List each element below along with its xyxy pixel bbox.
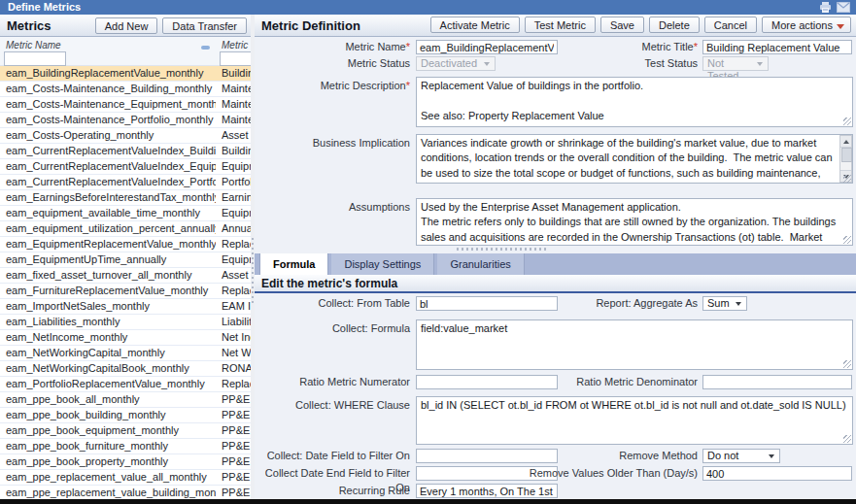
metric-name-cell: eam_ppe_book_building_monthly	[6, 408, 216, 422]
resize-grip[interactable]	[843, 118, 851, 125]
metric-name-cell: eam_equipment_utilization_percent_annual…	[6, 221, 216, 236]
ratio-metric-denominator-input[interactable]	[702, 375, 852, 389]
metric-row[interactable]: eam_Costs-Maintenance_Building_monthlyMa…	[0, 82, 251, 97]
metric-row[interactable]: eam_equipment_available_time_monthlyEqui…	[0, 206, 251, 221]
metric-title-cell: Earning	[222, 190, 251, 205]
metric-row[interactable]: eam_EquipmentUpTime_annuallyEquipm	[0, 252, 251, 268]
delete-button[interactable]: Delete	[649, 17, 700, 33]
metric-row[interactable]: eam_CurrentReplacementValueIndex_Equipme…	[0, 159, 251, 175]
ratio-metric-numerator-label: Ratio Metric Numerator	[255, 375, 410, 389]
metric-title-input[interactable]	[702, 40, 852, 54]
report-aggregate-as-label: Report: Aggregate As	[523, 296, 698, 311]
metric-row[interactable]: eam_ppe_book_building_monthlyPP&E -	[0, 408, 251, 423]
add-new-button[interactable]: Add New	[95, 17, 158, 34]
recurring-rule-label: Recurring Rule	[255, 484, 410, 498]
collect-formula-textarea[interactable]: field:value_market	[416, 319, 853, 370]
metric-name-cell: eam_ppe_book_all_monthly	[6, 392, 216, 407]
metric-name-cell: eam_PortfolioReplacementValue_monthly	[6, 377, 216, 391]
metric-name-filter-input[interactable]	[4, 51, 66, 66]
metric-title-cell: Replace	[222, 377, 251, 391]
metric-name-cell: eam_fixed_asset_turnover_all_monthly	[6, 268, 216, 283]
metric-row[interactable]: eam_ppe_book_all_monthlyPP&E B	[0, 392, 251, 408]
metric-row[interactable]: eam_EarningsBeforeInterestandTax_monthly…	[0, 190, 251, 206]
metric-title-cell: Mainten	[222, 113, 251, 127]
cancel-button[interactable]: Cancel	[704, 17, 757, 33]
metrics-pane-title: Metrics	[7, 18, 51, 33]
metric-row[interactable]: eam_Costs-Maintenance_Portfolio_monthlyM…	[0, 113, 251, 128]
metric-row[interactable]: eam_CurrentReplacementValueIndex_Portfol…	[0, 175, 251, 190]
metric-title-cell: PP&E -	[222, 470, 251, 485]
metric-title-cell: Equipm	[222, 252, 251, 267]
test-status-select[interactable]: Not Tested	[702, 56, 769, 71]
metric-definition-buttons: Activate Metric Test Metric Save Delete …	[430, 17, 851, 33]
mail-icon[interactable]	[837, 2, 850, 13]
metric-row[interactable]: eam_ppe_book_equipment_monthlyPP&E -	[0, 423, 251, 439]
metric-row[interactable]: eam_fixed_asset_turnover_all_monthlyAsse…	[0, 268, 251, 284]
metric-title-cell: PP&E -	[222, 439, 251, 454]
business-implication-textarea[interactable]: Variances indicate growth or shrinkage o…	[416, 134, 853, 184]
metric-row[interactable]: eam_FurnitureReplacementValue_monthlyRep…	[0, 284, 251, 299]
metric-title-cell: Mainten	[222, 97, 251, 112]
report-aggregate-as-select[interactable]: Sum	[702, 296, 747, 311]
metric-name-cell: eam_CurrentReplacementValueIndex_Equipme…	[6, 159, 216, 174]
horizontal-splitter[interactable]	[457, 248, 549, 251]
tab-granularities[interactable]: Granularities	[437, 253, 524, 275]
remove-method-select[interactable]: Do not remove	[702, 449, 780, 463]
page-title: Define Metrics	[8, 0, 81, 15]
metric-row[interactable]: eam_equipment_utilization_percent_annual…	[0, 221, 251, 237]
resize-grip[interactable]	[843, 175, 851, 183]
metric-name-cell: eam_ppe_book_furniture_monthly	[6, 439, 216, 454]
metric-row[interactable]: eam_ppe_book_furniture_monthlyPP&E -	[0, 439, 251, 454]
metric-row[interactable]: eam_EquipmentReplacementValue_monthlyRep…	[0, 237, 251, 252]
print-icon[interactable]	[819, 2, 832, 13]
sort-indicator-icon[interactable]	[201, 46, 210, 50]
metric-row[interactable]: eam_NetIncome_monthlyNet Inco	[0, 330, 251, 346]
resize-grip[interactable]	[843, 360, 851, 368]
metric-row[interactable]: eam_BuildingReplacementValue_monthlyBuil…	[0, 66, 251, 82]
more-actions-button[interactable]: More actions	[762, 17, 851, 33]
metric-row[interactable]: eam_PortfolioReplacementValue_monthlyRep…	[0, 377, 251, 392]
metric-row[interactable]: eam_Costs-Maintenance_Equipment_monthlyM…	[0, 97, 251, 113]
metric-list: eam_BuildingReplacementValue_monthlyBuil…	[0, 66, 251, 499]
resize-grip[interactable]	[843, 236, 851, 244]
metric-row[interactable]: eam_Costs-Operating_monthlyAsset O	[0, 128, 251, 144]
metric-name-cell: eam_FurnitureReplacementValue_monthly	[6, 284, 216, 298]
recurring-rule-input[interactable]	[416, 484, 558, 498]
formula-section-header: Edit the metric's formula	[255, 275, 856, 293]
remove-values-older-input[interactable]	[702, 466, 852, 481]
data-transfer-button[interactable]: Data Transfer	[162, 17, 247, 34]
metric-row[interactable]: eam_ppe_replacement_value_all_monthlyPP&…	[0, 470, 251, 486]
tab-formula[interactable]: Formula	[259, 253, 328, 275]
metric-name-cell: eam_Costs-Maintenance_Building_monthly	[6, 82, 216, 96]
metric-title-cell: Equipm	[222, 206, 251, 220]
metric-status-select[interactable]: Deactivated	[416, 56, 496, 71]
metric-name-cell: eam_EquipmentUpTime_annually	[6, 252, 216, 267]
activate-metric-button[interactable]: Activate Metric	[430, 17, 520, 33]
metric-title-cell: Replace	[222, 284, 251, 298]
metric-name-cell: eam_ppe_replacement_value_building_month…	[6, 486, 216, 499]
metric-row[interactable]: eam_NetWorkingCapitalBook_monthlyRONA C	[0, 361, 251, 377]
tab-display-settings[interactable]: Display Settings	[331, 253, 434, 275]
remove-method-label: Remove Method	[523, 449, 698, 463]
metric-row[interactable]: eam_ppe_replacement_value_building_month…	[0, 486, 251, 499]
metric-title-label: Metric Title*	[523, 40, 698, 54]
assumptions-textarea[interactable]: Used by the Enterprise Asset Management …	[416, 198, 853, 246]
column-header-metric-name[interactable]: Metric Name	[6, 40, 61, 50]
metrics-column-header: Metric Name Metric Title	[0, 37, 251, 66]
metric-description-label: Metric Description*	[255, 79, 410, 93]
metric-row[interactable]: eam_ppe_book_property_monthlyPP&E -	[0, 454, 251, 470]
assumptions-label: Assumptions	[255, 200, 410, 215]
metric-row[interactable]: eam_Liabilities_monthlyLiabilitie	[0, 315, 251, 330]
scroll-up-icon[interactable]	[840, 136, 851, 148]
save-button[interactable]: Save	[600, 17, 644, 33]
metric-description-textarea[interactable]: Replacement Value of buildings in the po…	[416, 77, 853, 127]
metric-row[interactable]: eam_NetWorkingCapital_monthlyNet Wor	[0, 346, 251, 361]
test-metric-button[interactable]: Test Metric	[525, 17, 596, 33]
metric-row[interactable]: eam_ImportNetSales_monthlyEAM Imp	[0, 299, 251, 315]
scrollbar-thumb[interactable]	[841, 148, 852, 162]
metric-name-cell: eam_ppe_replacement_value_all_monthly	[6, 470, 216, 485]
metric-name-cell: eam_ppe_book_equipment_monthly	[6, 423, 216, 438]
resize-grip[interactable]	[843, 435, 851, 443]
metric-row[interactable]: eam_CurrentReplacementValueIndex_Buildin…	[0, 144, 251, 159]
collect-where-clause-textarea[interactable]: bl_id IN (SELECT ot.bl_id FROM ot WHERE …	[416, 396, 853, 445]
